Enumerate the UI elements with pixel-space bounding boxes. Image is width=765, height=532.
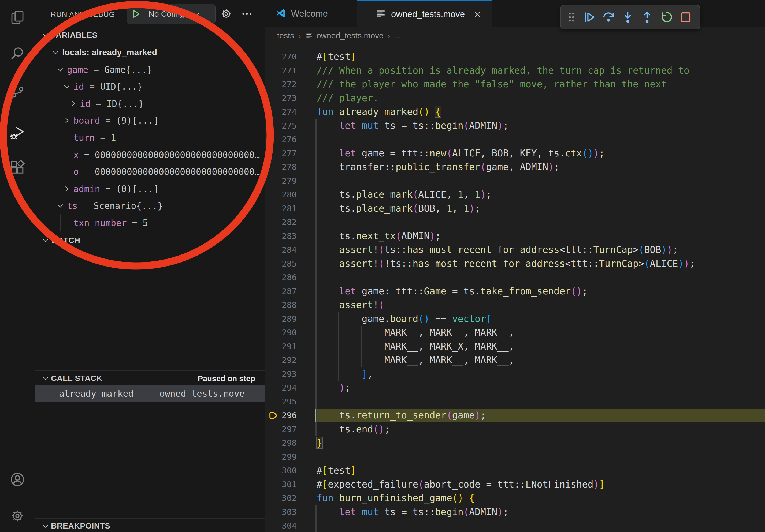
code-line-289[interactable]: 289 game.board() == vector[	[265, 312, 765, 326]
variable-row[interactable]: x = 000000000000000000000000000000…	[35, 146, 265, 164]
source-control-icon[interactable]	[9, 83, 26, 100]
code-editor[interactable]: 270#[test]271/// When a position is alre…	[265, 44, 765, 532]
code-line-279[interactable]: 279	[265, 174, 765, 188]
search-icon[interactable]	[9, 45, 26, 62]
variable-row[interactable]: ts = Scenario{...}	[35, 197, 265, 215]
restart-button[interactable]	[659, 10, 674, 25]
code-line-281[interactable]: 281 ts.place_mark(BOB, 1, 1);	[265, 202, 765, 216]
breadcrumb-item-tests[interactable]: tests	[277, 31, 294, 40]
chevron-down-icon[interactable]	[62, 82, 71, 91]
breadcrumb-item-file[interactable]: owned_tests.move	[317, 31, 383, 40]
call-stack-section-header[interactable]: CALL STACK Paused on step	[35, 372, 265, 386]
code-line-285[interactable]: 285 assert!(!ts::has_most_recent_for_add…	[265, 257, 765, 271]
drag-grip-icon[interactable]	[565, 11, 578, 24]
variable-row[interactable]: locals: already_marked	[35, 44, 265, 61]
code-line-293[interactable]: 293 ],	[265, 367, 765, 381]
chevron-down-icon[interactable]	[56, 65, 65, 74]
line-number: 286	[265, 271, 297, 285]
breakpoints-section-header[interactable]: BREAKPOINTS	[35, 519, 265, 532]
chevron-right-icon[interactable]	[62, 116, 71, 125]
code-line-290[interactable]: 290 MARK__, MARK__, MARK__,	[265, 326, 765, 340]
code-line-292[interactable]: 292 MARK__, MARK__, MARK__,	[265, 353, 765, 367]
chevron-down-icon[interactable]	[56, 201, 65, 210]
continue-button[interactable]	[582, 10, 597, 25]
code-line-288[interactable]: 288 assert!(	[265, 298, 765, 312]
code-line-280[interactable]: 280 ts.place_mark(ALICE, 1, 1);	[265, 188, 765, 202]
code-text: /// player.	[317, 91, 379, 105]
code-line-297[interactable]: 297 ts.end();	[265, 422, 765, 436]
close-icon[interactable]	[472, 9, 482, 19]
breadcrumb-item-symbol[interactable]: ...	[394, 31, 401, 40]
variable-row[interactable]: board = (9)[...]	[35, 112, 265, 130]
code-line-274[interactable]: 274fun already_marked() {	[265, 105, 765, 119]
tab-welcome[interactable]: Welcome	[266, 0, 357, 27]
code-line-296[interactable]: 296 ts.return_to_sender(game);	[265, 408, 765, 422]
step-over-button[interactable]	[601, 10, 616, 25]
code-text: let game: ttt::Game = ts.take_from_sende…	[317, 285, 588, 298]
code-line-299[interactable]: 299	[265, 450, 765, 464]
line-number: 283	[265, 229, 297, 243]
variable-row[interactable]: txn_number = 5	[35, 215, 265, 232]
code-line-287[interactable]: 287 let game: ttt::Game = ts.take_from_s…	[265, 285, 765, 298]
debug-current-line-arrow-icon[interactable]	[268, 409, 280, 421]
code-line-275[interactable]: 275 let mut ts = ts::begin(ADMIN);	[265, 119, 765, 133]
code-line-282[interactable]: 282	[265, 215, 765, 229]
tab-owned-tests-move[interactable]: owned_tests.move	[357, 0, 492, 27]
code-line-283[interactable]: 283 ts.next_tx(ADMIN);	[265, 229, 765, 243]
code-line-301[interactable]: 301#[expected_failure(abort_code = ttt::…	[265, 478, 765, 492]
line-number: 288	[265, 298, 297, 312]
account-icon[interactable]	[9, 471, 26, 488]
code-line-286[interactable]: 286	[265, 271, 765, 285]
variable-row[interactable]: id = UID{...}	[35, 78, 265, 95]
code-line-302[interactable]: 302fun burn_unfinished_game() {	[265, 491, 765, 505]
line-number: 302	[265, 491, 297, 505]
code-line-284[interactable]: 284 assert!(ts::has_most_recent_for_addr…	[265, 243, 765, 257]
line-number: 289	[265, 312, 297, 326]
step-into-button[interactable]	[620, 10, 635, 25]
code-line-298[interactable]: 298}	[265, 436, 765, 450]
stop-button[interactable]	[678, 10, 693, 25]
tab-label: Welcome	[291, 9, 328, 19]
line-number: 295	[265, 395, 297, 409]
debug-settings-gear-icon[interactable]	[219, 7, 234, 21]
line-number: 291	[265, 340, 297, 354]
watch-section-header[interactable]: WATCH	[35, 234, 265, 247]
code-line-270[interactable]: 270#[test]	[265, 50, 765, 64]
code-line-276[interactable]: 276	[265, 133, 765, 146]
settings-gear-icon[interactable]	[9, 507, 26, 524]
run-and-debug-sidebar: RUN AND DEBUG No Configur VARIABLES loca…	[35, 0, 265, 532]
code-line-291[interactable]: 291 MARK__, MARK_X, MARK__,	[265, 340, 765, 354]
code-line-303[interactable]: 303 let mut ts = ts::begin(ADMIN);	[265, 505, 765, 519]
start-debug-icon[interactable]	[130, 8, 141, 20]
paused-status: Paused on step	[198, 374, 255, 383]
code-line-271[interactable]: 271/// When a position is already marked…	[265, 64, 765, 78]
extensions-icon[interactable]	[9, 159, 26, 176]
line-number: 292	[265, 353, 297, 367]
code-line-272[interactable]: 272/// the player who made the "false" m…	[265, 78, 765, 91]
variable-row[interactable]: turn = 1	[35, 130, 265, 146]
step-out-button[interactable]	[640, 10, 655, 25]
code-line-273[interactable]: 273/// player.	[265, 91, 765, 105]
variable-text: x = 000000000000000000000000000000…	[73, 150, 260, 160]
code-line-278[interactable]: 278 transfer::public_transfer(game, ADMI…	[265, 160, 765, 174]
variable-row[interactable]: admin = (0)[...]	[35, 180, 265, 198]
chevron-right-icon[interactable]	[69, 99, 78, 108]
code-line-300[interactable]: 300#[test]	[265, 464, 765, 478]
variables-section-header[interactable]: VARIABLES	[35, 28, 265, 42]
variable-row[interactable]: game = Game{...}	[35, 61, 265, 79]
explorer-icon[interactable]	[9, 9, 26, 26]
code-line-304[interactable]: 304	[265, 519, 765, 532]
more-actions-icon[interactable]	[241, 8, 253, 20]
variable-row[interactable]: id = ID{...}	[35, 95, 265, 113]
run-debug-icon[interactable]	[9, 125, 26, 142]
call-stack-frame[interactable]: already_marked owned_tests.move	[35, 385, 265, 402]
launch-config-dropdown[interactable]: No Configur	[127, 4, 216, 24]
code-line-277[interactable]: 277 let game = ttt::new(ALICE, BOB, KEY,…	[265, 146, 765, 160]
variable-row[interactable]: o = 000000000000000000000000000000…	[35, 163, 265, 180]
code-text: ],	[317, 367, 373, 381]
chevron-right-icon[interactable]	[62, 184, 71, 193]
chevron-down-icon[interactable]	[51, 48, 60, 57]
code-line-294[interactable]: 294 );	[265, 381, 765, 395]
code-line-295[interactable]: 295	[265, 395, 765, 409]
move-file-icon	[375, 8, 387, 20]
